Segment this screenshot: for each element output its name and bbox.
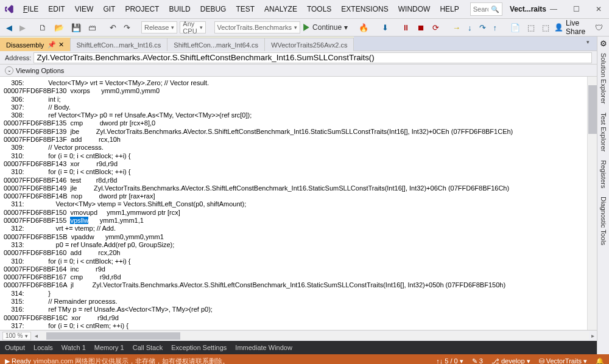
search-input[interactable] xyxy=(473,5,488,13)
git-repo[interactable]: ⛁ VectorTraits ▾ xyxy=(539,357,587,365)
bottom-watch[interactable]: Watch 1 xyxy=(62,344,86,351)
menu-analyze[interactable]: ANALYZE xyxy=(261,2,301,16)
search-box[interactable]: 🔍 xyxy=(470,2,502,16)
restart-button[interactable]: ⟳ xyxy=(430,22,442,33)
menu-help[interactable]: HELP xyxy=(436,2,462,16)
address-input[interactable] xyxy=(33,52,592,63)
menu-test[interactable]: TEST xyxy=(232,2,258,16)
menu-debug[interactable]: DEBUG xyxy=(197,2,230,16)
address-label: Address: xyxy=(5,54,31,61)
vertical-scrollbar[interactable] xyxy=(587,77,597,330)
menu-project[interactable]: PROJECT xyxy=(121,2,163,16)
highlighted-instruction: vpsllw xyxy=(70,217,88,224)
undo-button[interactable]: ↶ xyxy=(107,22,119,33)
startup-combo[interactable]: VectorTraits.Benchmarks xyxy=(214,21,300,33)
tab-int64[interactable]: ShiftLeftCon...mark_Int64.cs xyxy=(167,38,265,51)
menu-build[interactable]: BUILD xyxy=(165,2,194,16)
admin-icon: 🛡 xyxy=(593,22,605,33)
tb-extra1[interactable]: 📄 xyxy=(508,22,523,33)
bottom-exception[interactable]: Exception Settings xyxy=(171,344,227,351)
git-branch[interactable]: ⎇ develop ▾ xyxy=(491,357,530,365)
menu-extensions[interactable]: EXTENSIONS xyxy=(337,2,392,16)
step-over-button[interactable]: ⬇ xyxy=(379,22,391,33)
close-button[interactable]: ✕ xyxy=(592,2,605,16)
chevron-down-icon: ⌄ xyxy=(5,66,13,75)
live-share-button[interactable]: 👤 Live Share xyxy=(554,19,585,36)
menu-edit[interactable]: EDIT xyxy=(44,2,68,16)
solution-label: Vect...raits xyxy=(510,5,546,13)
next-statement-button[interactable]: → xyxy=(450,22,463,33)
side-test-explorer[interactable]: Test Explorer xyxy=(599,109,608,155)
bottom-locals[interactable]: Locals xyxy=(33,344,53,351)
nav-back-button[interactable]: ◀ xyxy=(4,22,15,33)
menu-tools[interactable]: TOOLS xyxy=(303,2,335,16)
notifications-icon[interactable]: 🔔 xyxy=(596,357,604,365)
tab-disassembly[interactable]: Disassembly 📌 ✕ xyxy=(0,38,71,51)
vs-logo-icon xyxy=(4,3,15,15)
config-combo[interactable]: Release xyxy=(141,21,177,33)
nav-forward-button[interactable]: ▶ xyxy=(17,22,28,33)
bottom-immediate[interactable]: Immediate Window xyxy=(235,344,292,351)
hot-reload-button[interactable]: 🔥 xyxy=(356,22,371,33)
menu-view[interactable]: VIEW xyxy=(71,2,97,16)
disassembly-view[interactable]: 305: Vector<TMy> vrt = Vector<TMy>.Zero;… xyxy=(0,77,587,330)
save-button[interactable]: 💾 xyxy=(69,22,83,33)
watermark-text: yimoban.com 网络图片仅供展示，非存储，如有侵权请联系删除。 xyxy=(33,357,229,365)
open-button[interactable]: 📂 xyxy=(52,22,66,33)
bottom-memory[interactable]: Memory 1 xyxy=(94,344,124,351)
tb-extra2[interactable]: ⬚ xyxy=(525,22,537,33)
new-project-button[interactable]: 🗋 xyxy=(37,22,49,33)
side-diagnostic[interactable]: Diagnostic Tools xyxy=(599,193,608,249)
bottom-callstack[interactable]: Call Stack xyxy=(133,344,163,351)
redo-button[interactable]: ↷ xyxy=(121,22,133,33)
platform-combo[interactable]: Any CPU xyxy=(180,21,205,33)
search-icon: 🔍 xyxy=(491,5,499,13)
minimize-button[interactable]: — xyxy=(546,2,561,16)
git-changes[interactable]: ↑↓ 5 / 0 ▾ xyxy=(436,357,463,365)
step-into-button[interactable]: ↓ xyxy=(465,22,474,33)
horizontal-scrollbar[interactable] xyxy=(40,332,589,340)
menu-window[interactable]: WINDOW xyxy=(395,2,434,16)
gear-icon[interactable]: ⚙ xyxy=(600,39,607,48)
continue-button[interactable]: Continue ▾ xyxy=(303,23,348,32)
tab-int16[interactable]: ShiftLeftCon...mark_Int16.cs xyxy=(71,38,168,51)
tb-extra3[interactable]: ⬚ xyxy=(540,22,552,33)
menu-file[interactable]: FILE xyxy=(19,2,42,16)
liveshare-icon: 👤 xyxy=(554,23,563,32)
git-pending[interactable]: ✎ 3 xyxy=(472,357,483,365)
menu-git[interactable]: GIT xyxy=(99,2,119,16)
step-over2-button[interactable]: ↷ xyxy=(477,22,488,33)
stop-button[interactable]: ⏹ xyxy=(415,22,428,33)
status-ready-icon: ▶ xyxy=(5,357,10,365)
tab-avx2[interactable]: WVectorTraits256Avx2.cs xyxy=(265,38,354,51)
step-out-button[interactable]: ↑ xyxy=(491,22,500,33)
play-icon xyxy=(303,24,310,31)
zoom-combo[interactable]: 100 % xyxy=(2,332,31,340)
break-all-button[interactable]: ⏸ xyxy=(400,22,412,33)
bottom-output[interactable]: Output xyxy=(5,344,25,351)
status-ready: Ready xyxy=(12,357,31,364)
save-all-button[interactable]: 🗃 xyxy=(86,22,99,33)
viewing-options[interactable]: ⌄ Viewing Options xyxy=(0,65,597,77)
side-solution-explorer[interactable]: Solution Explorer xyxy=(599,49,608,108)
side-registers[interactable]: Registers xyxy=(599,156,608,192)
maximize-button[interactable]: ☐ xyxy=(569,2,583,16)
